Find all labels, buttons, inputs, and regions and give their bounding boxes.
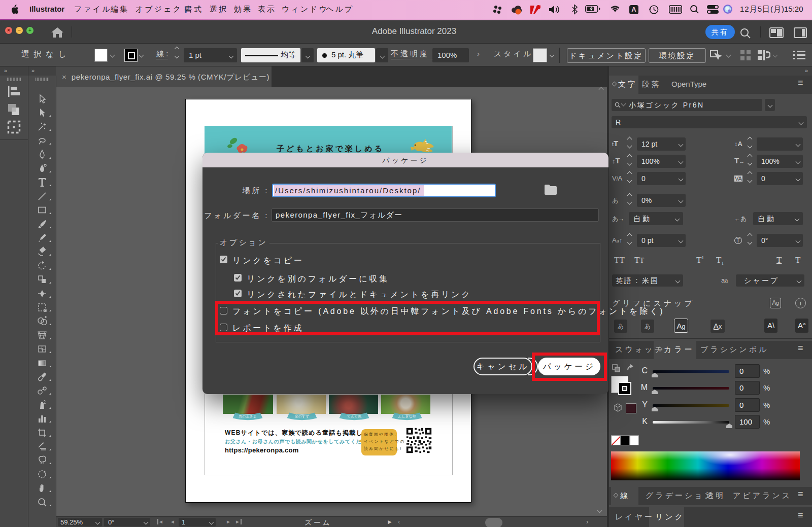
svg-text:てんぐ風: てんぐ風 — [347, 414, 361, 418]
svg-text:金のすず: 金のすず — [295, 414, 310, 418]
svg-text:鳥の王さま: 鳥の王さま — [238, 414, 256, 418]
svg-text:ふしぎな卵: ふしぎな卵 — [397, 414, 416, 418]
